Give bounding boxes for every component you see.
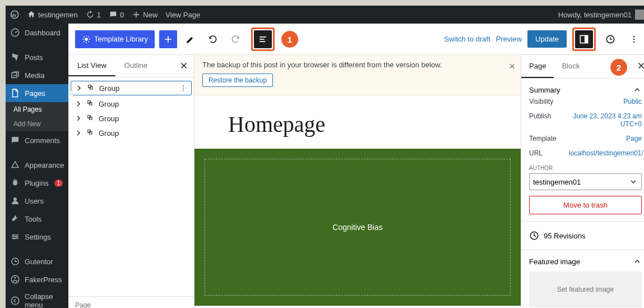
backup-notice: The backup of this post in your browser … xyxy=(194,55,521,95)
block-heading[interactable]: Cognitive Bias xyxy=(332,223,383,232)
svg-point-2 xyxy=(13,197,17,201)
more-icon[interactable] xyxy=(179,84,188,93)
author-label: AUTHOR xyxy=(529,165,642,171)
svg-point-27 xyxy=(183,90,184,91)
svg-point-10 xyxy=(11,275,19,283)
new-content[interactable]: New xyxy=(132,10,157,19)
tab-outline[interactable]: Outline xyxy=(115,56,156,76)
tab-list-view[interactable]: List View xyxy=(68,56,115,76)
template-label: Template xyxy=(529,135,557,142)
nav-media[interactable]: Media xyxy=(6,66,68,84)
svg-point-12 xyxy=(11,297,19,305)
svg-rect-18 xyxy=(585,35,588,43)
svg-point-8 xyxy=(13,238,15,240)
set-featured-image[interactable]: Set featured image xyxy=(529,272,642,307)
more-options-icon[interactable] xyxy=(625,30,643,48)
nav-settings[interactable]: Settings xyxy=(6,228,68,246)
group-block[interactable]: Cognitive Bias xyxy=(194,149,521,306)
refresh-count[interactable]: 1 xyxy=(86,10,101,19)
listview-close-icon[interactable] xyxy=(177,59,191,73)
list-item[interactable]: Group xyxy=(71,81,192,95)
listview-footer: Page xyxy=(68,296,194,308)
nav-posts[interactable]: Posts xyxy=(6,48,68,66)
svg-point-7 xyxy=(16,236,18,238)
edit-icon[interactable] xyxy=(182,30,200,48)
plugins-badge: 1 xyxy=(54,180,63,187)
switch-to-draft-button[interactable]: Switch to draft xyxy=(444,35,490,43)
publish-value[interactable]: June 23, 2023 4:23 am UTC+0 xyxy=(569,112,642,128)
template-value[interactable]: Page xyxy=(626,135,642,142)
list-item[interactable]: Group xyxy=(68,96,194,111)
wp-logo[interactable] xyxy=(10,10,19,19)
template-library-button[interactable]: Template Library xyxy=(75,30,155,48)
nav-add-new-page[interactable]: Add New xyxy=(6,117,68,131)
publish-label: Publish xyxy=(529,112,551,128)
list-item[interactable]: Group xyxy=(68,111,194,126)
tab-page[interactable]: Page xyxy=(521,55,554,78)
url-value[interactable]: localhost/testingemen01/ xyxy=(569,149,642,157)
settings-panel: Page Block 2 Summary Visibilit xyxy=(521,55,644,308)
avatar[interactable] xyxy=(635,10,644,20)
nav-pages[interactable]: Pages xyxy=(6,84,68,102)
nav-appearance[interactable]: Appearance xyxy=(6,156,68,174)
svg-point-22 xyxy=(633,41,635,43)
callout-2: 2 xyxy=(610,59,627,76)
revisions-link[interactable]: 95 Revisions xyxy=(529,228,642,243)
preview-button[interactable]: Preview xyxy=(496,35,522,43)
nav-dashboard[interactable]: Dashboard xyxy=(6,24,68,42)
visibility-value[interactable]: Public xyxy=(623,98,642,105)
nav-fakerpress[interactable]: FakerPress xyxy=(6,270,68,288)
howdy-user[interactable]: Howdy, testingemen01 xyxy=(558,11,632,19)
callout-1: 1 xyxy=(281,31,298,48)
list-view-toggle[interactable] xyxy=(254,30,272,48)
update-button[interactable]: Update xyxy=(527,30,567,48)
summary-toggle[interactable]: Summary xyxy=(529,85,642,94)
site-name[interactable]: testingemen xyxy=(27,10,78,19)
settings-toggle[interactable] xyxy=(575,30,593,48)
visibility-label: Visibility xyxy=(529,98,553,105)
move-to-trash-button[interactable]: Move to trash xyxy=(529,196,642,214)
svg-rect-14 xyxy=(260,36,266,38)
svg-point-6 xyxy=(13,235,15,236)
nav-tools[interactable]: Tools xyxy=(6,210,68,228)
page-title[interactable]: Homepage xyxy=(194,95,521,149)
svg-point-26 xyxy=(183,88,184,89)
svg-rect-16 xyxy=(260,41,265,42)
notice-close-icon[interactable]: × xyxy=(509,61,515,72)
redo-button[interactable] xyxy=(226,30,244,48)
undo-button[interactable] xyxy=(204,30,222,48)
list-item[interactable]: Group xyxy=(68,126,194,140)
nav-gutentor[interactable]: Gutentor xyxy=(6,252,68,270)
comments-count[interactable]: 0 xyxy=(109,10,124,19)
admin-sidebar: Dashboard Posts Media Pages All Pages Ad… xyxy=(6,24,68,308)
nav-comments[interactable]: Comments xyxy=(6,131,68,149)
author-select[interactable]: testingemen01 xyxy=(529,173,642,190)
nav-plugins[interactable]: Plugins 1 xyxy=(6,174,68,192)
gutentor-icon[interactable] xyxy=(601,30,619,48)
svg-point-11 xyxy=(15,277,16,279)
nav-all-pages[interactable]: All Pages xyxy=(6,102,68,117)
restore-backup-button[interactable]: Restore the backup xyxy=(202,73,273,87)
svg-point-20 xyxy=(633,35,635,37)
svg-rect-15 xyxy=(260,39,264,40)
nav-users[interactable]: Users xyxy=(6,192,68,210)
view-page[interactable]: View Page xyxy=(165,11,200,19)
svg-point-13 xyxy=(85,38,87,40)
svg-point-21 xyxy=(633,38,635,40)
featured-image-toggle[interactable]: Featured image xyxy=(529,257,642,266)
tab-block[interactable]: Block xyxy=(554,55,587,78)
nav-collapse[interactable]: Collapse menu xyxy=(6,288,68,308)
settings-close-icon[interactable] xyxy=(636,61,644,72)
url-label: URL xyxy=(529,149,543,157)
svg-point-25 xyxy=(183,85,184,86)
add-block-button[interactable] xyxy=(159,30,177,48)
